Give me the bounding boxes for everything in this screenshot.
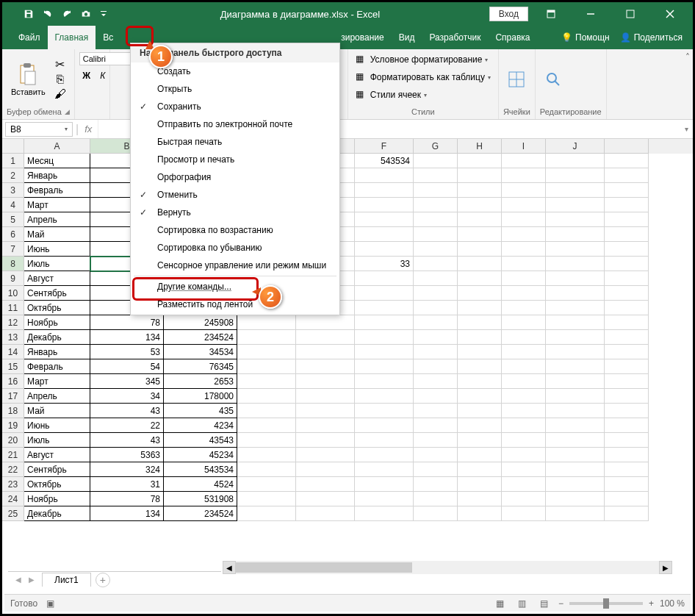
cell[interactable] (296, 477, 355, 492)
cell[interactable] (237, 374, 296, 389)
cell[interactable] (355, 301, 414, 315)
camera-icon[interactable] (77, 5, 95, 23)
cell[interactable] (502, 183, 546, 198)
cell[interactable] (414, 345, 458, 359)
cell[interactable] (355, 359, 414, 374)
cell[interactable] (458, 301, 502, 315)
cell[interactable] (414, 154, 458, 168)
row-header[interactable]: 21 (2, 448, 24, 462)
cell[interactable] (546, 183, 605, 198)
row-header[interactable]: 18 (2, 404, 24, 418)
cell[interactable] (502, 359, 546, 374)
cell[interactable] (296, 345, 355, 359)
cell[interactable] (237, 418, 296, 433)
cell[interactable]: Сентябрь (24, 286, 90, 301)
cell[interactable]: Декабрь (24, 330, 90, 345)
cell[interactable] (237, 315, 296, 330)
cell[interactable] (502, 212, 546, 227)
cell[interactable] (458, 462, 502, 477)
cell[interactable]: 22 (90, 418, 164, 433)
maximize-icon[interactable] (613, 2, 647, 26)
row-header[interactable]: 17 (2, 389, 24, 404)
cell[interactable] (458, 506, 502, 521)
col-header-j[interactable]: J (546, 139, 605, 154)
cell[interactable] (458, 492, 502, 506)
cell[interactable]: Октябрь (24, 301, 90, 315)
cell[interactable] (458, 374, 502, 389)
cell[interactable] (458, 404, 502, 418)
cell[interactable] (458, 242, 502, 257)
cell[interactable] (605, 477, 649, 492)
cell[interactable]: 2653 (164, 374, 237, 389)
cell[interactable] (502, 271, 546, 286)
cell[interactable] (546, 227, 605, 242)
cell[interactable] (458, 257, 502, 271)
row-header[interactable]: 8 (2, 257, 24, 271)
cell[interactable] (605, 183, 649, 198)
sheet-prev-icon[interactable]: ◀ (12, 574, 24, 586)
cell[interactable]: 134 (90, 506, 164, 521)
row-header[interactable]: 12 (2, 315, 24, 330)
cell[interactable] (605, 389, 649, 404)
cell[interactable] (546, 389, 605, 404)
cell[interactable] (237, 389, 296, 404)
cell[interactable] (414, 301, 458, 315)
cell[interactable] (458, 168, 502, 183)
cell[interactable]: 531908 (164, 492, 237, 506)
tab-insert-partial[interactable]: Вс (96, 26, 120, 49)
cell[interactable] (296, 359, 355, 374)
cell[interactable] (605, 242, 649, 257)
cell[interactable] (458, 183, 502, 198)
cell[interactable]: Ноябрь (24, 315, 90, 330)
cell[interactable] (458, 271, 502, 286)
formula-expand-icon[interactable]: ▾ (680, 125, 693, 133)
cell[interactable]: Март (24, 374, 90, 389)
close-icon[interactable] (653, 2, 687, 26)
cell[interactable]: 34534 (164, 345, 237, 359)
cell[interactable] (355, 168, 414, 183)
cell[interactable]: 43 (90, 404, 164, 418)
cell[interactable] (458, 477, 502, 492)
select-all-corner[interactable] (2, 139, 24, 154)
cell[interactable] (237, 462, 296, 477)
cell[interactable] (237, 345, 296, 359)
cell[interactable] (414, 212, 458, 227)
cell[interactable] (502, 198, 546, 212)
cell[interactable] (296, 315, 355, 330)
menu-item[interactable]: Быстрая печать (131, 133, 339, 151)
menu-item[interactable]: ✓Отменить (131, 186, 339, 204)
row-header[interactable]: 4 (2, 198, 24, 212)
italic-button[interactable]: К (96, 68, 110, 83)
row-header[interactable]: 20 (2, 433, 24, 448)
cell[interactable] (237, 433, 296, 448)
cell[interactable] (414, 315, 458, 330)
cell[interactable]: 435 (164, 404, 237, 418)
page-break-view-icon[interactable]: ▤ (536, 597, 552, 610)
format-as-table-button[interactable]: ▦Форматировать как таблицу ▾ (353, 70, 494, 85)
cell[interactable] (296, 492, 355, 506)
menu-item[interactable]: Сортировка по убыванию (131, 239, 339, 257)
cell[interactable] (414, 389, 458, 404)
cell[interactable] (502, 257, 546, 271)
cell[interactable] (414, 477, 458, 492)
cell[interactable] (355, 418, 414, 433)
cell[interactable] (546, 257, 605, 271)
cell[interactable]: Октябрь (24, 477, 90, 492)
cell[interactable]: 78 (90, 492, 164, 506)
cell[interactable] (414, 183, 458, 198)
cell[interactable] (502, 315, 546, 330)
row-header[interactable]: 22 (2, 462, 24, 477)
cell[interactable] (502, 492, 546, 506)
cell[interactable] (605, 448, 649, 462)
clipboard-launcher-icon[interactable]: ◢ (65, 108, 70, 115)
redo-icon[interactable] (58, 5, 76, 23)
conditional-formatting-button[interactable]: ▦Условное форматирование ▾ (353, 52, 491, 67)
cell[interactable] (355, 389, 414, 404)
cell[interactable] (458, 433, 502, 448)
hscroll-left-icon[interactable]: ◀ (223, 561, 236, 574)
row-header[interactable]: 14 (2, 345, 24, 359)
cell[interactable]: Июнь (24, 242, 90, 257)
cell[interactable] (355, 477, 414, 492)
cell[interactable]: Август (24, 448, 90, 462)
cell[interactable] (355, 404, 414, 418)
